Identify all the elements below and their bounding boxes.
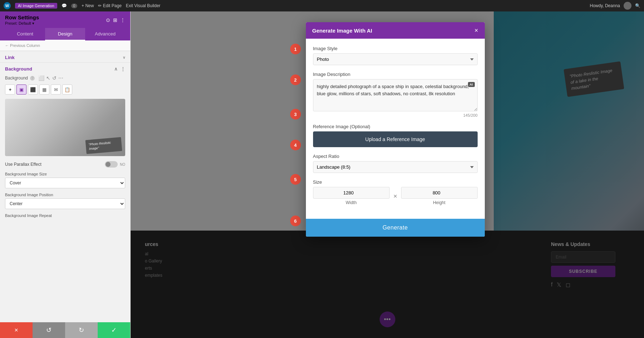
modal-title: Generate Image With AI bbox=[312, 28, 372, 34]
panel-content: ← Previous Column Link ∨ Background ∧ ⋮ … bbox=[0, 40, 130, 322]
modal: Generate Image With AI × Image Style Pho… bbox=[306, 22, 485, 237]
bg-preview: "Photo Reslistic Image" bbox=[5, 99, 125, 156]
user-avatar[interactable] bbox=[624, 2, 631, 10]
search-icon[interactable]: 🔍 bbox=[635, 3, 640, 8]
image-description-textarea[interactable]: highly detailed photograph of a space sh… bbox=[313, 79, 478, 111]
panel-preset[interactable]: Preset: Default ▾ bbox=[5, 21, 39, 26]
aspect-ratio-select[interactable]: Landscape (8:5) Portrait (5:8) Square (1… bbox=[313, 161, 478, 173]
modal-body: Image Style Photo Illustration 3D Render… bbox=[306, 39, 485, 219]
wordpress-icon[interactable]: W bbox=[4, 2, 11, 9]
prev-column-label: ← Previous Column bbox=[5, 43, 40, 48]
height-label: Height bbox=[401, 200, 478, 205]
bg-image-position-label: Background Image Position bbox=[5, 193, 125, 197]
bg-type-gradient[interactable]: ⬛ bbox=[28, 84, 38, 95]
exit-builder-button[interactable]: Exit Visual Builder bbox=[126, 3, 161, 8]
bg-label: Background bbox=[5, 76, 28, 81]
width-label: Width bbox=[313, 200, 390, 205]
panel-title: Row Settings bbox=[5, 14, 39, 20]
reference-image-group: Reference Image (Optional) Upload a Refe… bbox=[313, 124, 478, 147]
image-style-label: Image Style bbox=[313, 46, 478, 51]
image-style-select[interactable]: Photo Illustration 3D Render Sketch Pain… bbox=[313, 53, 478, 65]
modal-header: Generate Image With AI × bbox=[306, 22, 485, 39]
bg-type-none[interactable]: ✦ bbox=[5, 84, 15, 95]
bg-icon-copy[interactable]: ⬜ bbox=[38, 75, 44, 81]
undo-button[interactable]: ↺ bbox=[33, 322, 65, 338]
step-3: 3 bbox=[290, 109, 301, 120]
bg-type-image[interactable]: ▦ bbox=[39, 84, 49, 95]
bg-image-position-row: Background Image Position Center bbox=[0, 190, 130, 211]
bg-label-row: Background ? ⬜ ↖ ↺ ⋯ bbox=[0, 74, 130, 83]
help-icon[interactable]: ? bbox=[30, 76, 35, 81]
link-section-label: Link bbox=[5, 55, 15, 60]
bg-image-position-select[interactable]: Center bbox=[5, 198, 125, 209]
bg-type-color[interactable]: ▣ bbox=[16, 84, 26, 95]
panel-icon-device[interactable]: ⊙ bbox=[106, 17, 110, 23]
size-row: Width ✕ Height bbox=[313, 187, 478, 205]
step-6: 6 bbox=[290, 216, 301, 226]
bg-icon-cursor[interactable]: ↖ bbox=[46, 75, 50, 81]
canvas-area: Unlock Limitless "Photo Reslistic Image … bbox=[131, 11, 644, 338]
save-button[interactable]: ✓ bbox=[98, 322, 130, 338]
bg-icon-reset[interactable]: ↺ bbox=[52, 75, 57, 81]
panel-icon-more[interactable]: ⋮ bbox=[120, 17, 125, 23]
comment-count: 0 bbox=[71, 4, 78, 8]
parallax-row: Use Parallax Effect NO bbox=[0, 159, 130, 170]
top-bar: W AI Image Generation 💬 0 + New ✏ Edit P… bbox=[0, 0, 644, 11]
close-button[interactable]: × bbox=[0, 322, 33, 338]
bg-chevron-up: ∧ bbox=[114, 66, 118, 72]
upload-reference-button[interactable]: Upload a Reference Image bbox=[313, 131, 478, 147]
char-count: 145/200 bbox=[313, 113, 478, 117]
aspect-ratio-group: Aspect Ratio Landscape (8:5) Portrait (5… bbox=[313, 154, 478, 173]
bg-image-repeat-row: Background Image Repeat bbox=[0, 211, 130, 221]
panel-icon-columns[interactable]: ⊞ bbox=[113, 17, 117, 23]
modal-close-button[interactable]: × bbox=[474, 27, 478, 34]
image-style-group: Image Style Photo Illustration 3D Render… bbox=[313, 46, 478, 65]
tab-content[interactable]: Content bbox=[5, 28, 45, 40]
tab-design[interactable]: Design bbox=[45, 28, 85, 40]
section-background[interactable]: Background ∧ ⋮ bbox=[0, 62, 130, 74]
bg-image-size-row: Background Image Size Cover bbox=[0, 170, 130, 190]
bg-type-pattern[interactable]: 📋 bbox=[62, 84, 72, 95]
edit-page-button[interactable]: ✏ Edit Page bbox=[98, 3, 121, 8]
description-wrapper: highly detailed photograph of a space sh… bbox=[313, 79, 478, 112]
image-description-label: Image Description bbox=[313, 72, 478, 77]
bg-image-size-select[interactable]: Cover bbox=[5, 178, 125, 188]
section-link[interactable]: Link ∨ bbox=[0, 51, 130, 62]
ai-image-badge[interactable]: AI Image Generation bbox=[15, 3, 57, 9]
bg-section-dots[interactable]: ⋮ bbox=[121, 66, 125, 72]
ai-badge: AI bbox=[468, 82, 475, 87]
size-group: Size Width ✕ Height bbox=[313, 179, 478, 205]
howdy-label: Howdy, Deanna bbox=[590, 3, 620, 8]
background-section-label: Background bbox=[5, 66, 32, 72]
top-bar-right: Howdy, Deanna 🔍 bbox=[590, 2, 641, 10]
width-input[interactable] bbox=[313, 187, 390, 199]
height-input[interactable] bbox=[401, 187, 478, 199]
aspect-ratio-label: Aspect Ratio bbox=[313, 154, 478, 159]
redo-button[interactable]: ↻ bbox=[65, 322, 98, 338]
comment-icon: 💬 bbox=[62, 3, 67, 8]
size-separator: ✕ bbox=[393, 193, 397, 199]
parallax-label: Use Parallax Effect bbox=[5, 162, 42, 167]
main-layout: Row Settings Preset: Default ▾ ⊙ ⊞ ⋮ Con… bbox=[0, 11, 644, 338]
step-4: 4 bbox=[290, 140, 301, 150]
step-1: 1 bbox=[290, 44, 301, 54]
bottom-bar: × ↺ ↻ ✓ bbox=[0, 322, 130, 338]
photo-quote-preview: "Photo Reslistic Image" bbox=[88, 141, 111, 150]
generate-button[interactable]: Generate bbox=[306, 219, 485, 237]
bg-icon-row: ✦ ▣ ⬛ ▦ ✉ 📋 bbox=[0, 83, 130, 96]
step-5: 5 bbox=[290, 174, 301, 185]
parallax-toggle[interactable] bbox=[105, 161, 118, 168]
modal-overlay: 1 2 3 4 5 6 Generate Image With AI × bbox=[131, 11, 644, 338]
parallax-value: NO bbox=[120, 163, 125, 166]
bg-type-video[interactable]: ✉ bbox=[51, 84, 61, 95]
step-2: 2 bbox=[290, 74, 301, 85]
width-wrap: Width bbox=[313, 187, 390, 205]
bg-icon-more[interactable]: ⋯ bbox=[58, 75, 63, 81]
left-panel: Row Settings Preset: Default ▾ ⊙ ⊞ ⋮ Con… bbox=[0, 11, 131, 338]
bg-preview-image: "Photo Reslistic Image" bbox=[5, 99, 125, 156]
new-button[interactable]: + New bbox=[82, 3, 94, 8]
image-description-group: Image Description highly detailed photog… bbox=[313, 72, 478, 117]
bg-image-size-label: Background Image Size bbox=[5, 172, 125, 176]
tab-advanced[interactable]: Advanced bbox=[85, 28, 125, 40]
link-chevron: ∨ bbox=[123, 55, 125, 59]
